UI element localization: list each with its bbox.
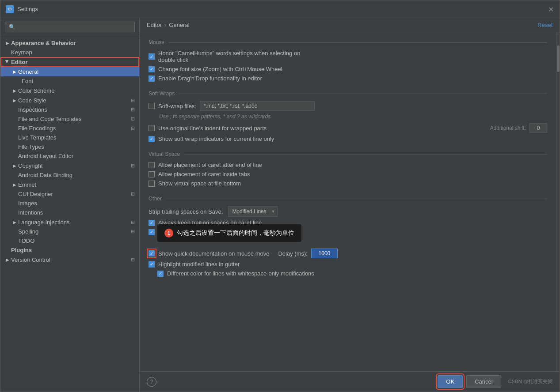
sidebar-item-android-data-binding[interactable]: Android Data Binding: [0, 170, 139, 180]
sidebar-item-appearance[interactable]: ▶ Appearance & Behavior: [0, 38, 139, 48]
additional-shift-label: Additional shift:: [490, 125, 526, 131]
sidebar-item-todo[interactable]: TODO: [0, 236, 139, 245]
export-icon: ⊞: [130, 97, 136, 103]
camel-humps-label: Honor "CamelHumps" words settings when s…: [158, 50, 300, 63]
sidebar-item-label: Copyright: [18, 162, 128, 169]
camel-humps-checkbox[interactable]: ✓: [149, 53, 155, 60]
sidebar-item-label: TODO: [18, 237, 136, 244]
soft-wrap-hint: Use ; to separate patterns, * and ? as w…: [157, 113, 270, 120]
camel-humps-row: ✓ Honor "CamelHumps" words settings when…: [149, 50, 547, 63]
soft-wrap-files-row: Soft-wrap files:: [149, 101, 547, 111]
arrow-icon: ▶: [11, 219, 18, 226]
export-icon: ⊞: [130, 125, 136, 132]
strip-trailing-dropdown[interactable]: Modified Lines None All: [228, 206, 278, 217]
caret-after-line-label: Allow placement of caret after end of li…: [158, 162, 262, 168]
settings-tree: ▶ Appearance & Behavior Keymap ▶ Editor …: [0, 36, 139, 392]
sidebar-item-font[interactable]: Font: [0, 76, 139, 86]
original-indent-checkbox[interactable]: [149, 125, 155, 131]
cancel-button[interactable]: Cancel: [466, 375, 501, 388]
sidebar-item-label: File Types: [18, 143, 136, 150]
sidebar-item-keymap[interactable]: Keymap: [0, 48, 139, 57]
section-title: Mouse: [149, 39, 164, 45]
help-button[interactable]: ?: [147, 377, 156, 387]
drag-drop-label: Enable Drag'n'Drop functionality in edit…: [158, 75, 262, 82]
ok-button[interactable]: OK: [438, 375, 463, 388]
arrow-icon: ▶: [11, 181, 18, 188]
sidebar-item-live-templates[interactable]: Live Templates: [0, 133, 139, 142]
other-section-header: Other: [149, 196, 547, 202]
sidebar-item-label: General: [18, 68, 136, 75]
breadcrumb-bar: Editor › General Reset: [140, 18, 560, 32]
sidebar-item-label: Font: [22, 78, 136, 84]
sidebar-item-editor[interactable]: ▶ Editor: [0, 57, 139, 67]
sidebar-item-label: GUI Designer: [18, 191, 128, 197]
space-at-bottom-checkbox[interactable]: [149, 181, 155, 187]
additional-shift-input[interactable]: [530, 123, 547, 133]
export-icon: ⊞: [130, 256, 136, 263]
sidebar-item-inspections[interactable]: Inspections ⊞: [0, 105, 139, 114]
sidebar-item-label: Color Scheme: [18, 87, 136, 94]
font-zoom-checkbox[interactable]: ✓: [149, 66, 155, 72]
sidebar-item-emmet[interactable]: ▶ Emmet: [0, 180, 139, 189]
sidebar-item-code-style[interactable]: ▶ Code Style ⊞: [0, 95, 139, 105]
original-indent-row: Use original line's indent for wrapped p…: [149, 123, 547, 133]
caret-after-line-checkbox[interactable]: [149, 162, 155, 168]
sidebar-item-label: Keymap: [11, 49, 136, 56]
title-bar: ⚙ Settings ✕: [0, 0, 560, 18]
sidebar: ▶ Appearance & Behavior Keymap ▶ Editor …: [0, 18, 140, 392]
space-at-bottom-label: Show virtual space at file bottom: [158, 180, 241, 187]
drag-drop-checkbox[interactable]: ✓: [149, 75, 155, 82]
auto-save-checkbox[interactable]: ✓: [149, 229, 155, 235]
sidebar-item-label: Plugins: [11, 247, 136, 253]
section-title: Other: [149, 196, 162, 202]
sidebar-item-images[interactable]: Images: [0, 199, 139, 208]
section-divider: [166, 199, 547, 199]
virtual-space-section-header: Virtual Space: [149, 151, 547, 157]
sidebar-item-color-scheme[interactable]: ▶ Color Scheme: [0, 86, 139, 95]
caret-inside-tabs-checkbox[interactable]: [149, 171, 155, 177]
sidebar-item-intentions[interactable]: Intentions: [0, 208, 139, 217]
sidebar-item-plugins[interactable]: Plugins: [0, 245, 139, 255]
arrow-icon: ▶: [4, 39, 11, 46]
diff-color-checkbox[interactable]: ✓: [157, 271, 164, 277]
sidebar-item-label: Live Templates: [18, 134, 136, 141]
highlight-modified-checkbox[interactable]: ✓: [149, 261, 155, 268]
soft-wrap-files-input[interactable]: [200, 101, 315, 111]
tooltip-text: 勾选之后设置一下后面的时间，毫秒为单位: [177, 229, 294, 237]
sidebar-item-version-control[interactable]: ▶ Version Control ⊞: [0, 255, 139, 264]
diff-color-row: ✓ Different color for lines with whitesp…: [149, 270, 547, 277]
sidebar-item-file-code-templates[interactable]: File and Code Templates ⊞: [0, 114, 139, 124]
tooltip-container: ✓ ns 1 勾选之后设置一下后面的时间，毫秒为单位: [149, 229, 547, 235]
quick-doc-label: Show quick documentation on mouse move: [158, 250, 269, 257]
sidebar-item-copyright[interactable]: ▶ Copyright ⊞: [0, 161, 139, 170]
search-box: [0, 18, 139, 36]
search-input[interactable]: [5, 22, 135, 32]
delay-group: Delay (ms):: [278, 249, 337, 258]
vertical-scrollbar[interactable]: [556, 32, 560, 371]
tooltip-number: 1: [164, 229, 173, 237]
settings-window: ⚙ Settings ✕ ▶ Appearance & Behavior Key…: [0, 0, 560, 392]
sidebar-item-label: Android Layout Editor: [18, 153, 136, 159]
sidebar-item-file-encodings[interactable]: File Encodings ⊞: [0, 124, 139, 133]
sidebar-item-gui-designer[interactable]: GUI Designer ⊞: [0, 189, 139, 199]
soft-wraps-section: Soft Wraps Soft-wrap files: Use ; to sep…: [149, 90, 547, 142]
arrow-icon: ▶: [4, 256, 11, 263]
sidebar-item-general[interactable]: ▶ General: [0, 67, 139, 76]
sidebar-item-label: File and Code Templates: [18, 116, 128, 122]
delay-input[interactable]: [311, 249, 338, 258]
sidebar-item-spelling[interactable]: Spelling ⊞: [0, 227, 139, 236]
sidebar-item-language-injections[interactable]: ▶ Language Injections ⊞: [0, 217, 139, 227]
close-button[interactable]: ✕: [548, 6, 554, 12]
wrap-indicators-label: Show soft wrap indicators for current li…: [158, 136, 274, 142]
reset-button[interactable]: Reset: [537, 22, 552, 28]
highlight-modified-label: Highlight modified lines in gutter: [158, 261, 240, 268]
delay-label: Delay (ms):: [278, 250, 307, 257]
sidebar-item-label: Editor: [11, 59, 136, 65]
sidebar-item-file-types[interactable]: File Types: [0, 142, 139, 151]
strip-trailing-dropdown-wrapper: Modified Lines None All: [228, 206, 278, 217]
soft-wrap-files-checkbox[interactable]: [149, 103, 155, 109]
quick-doc-checkbox[interactable]: ✓: [149, 250, 155, 256]
wrap-indicators-checkbox[interactable]: ✓: [149, 136, 155, 142]
keep-trailing-checkbox[interactable]: ✓: [149, 220, 155, 226]
sidebar-item-android-layout-editor[interactable]: Android Layout Editor: [0, 151, 139, 161]
